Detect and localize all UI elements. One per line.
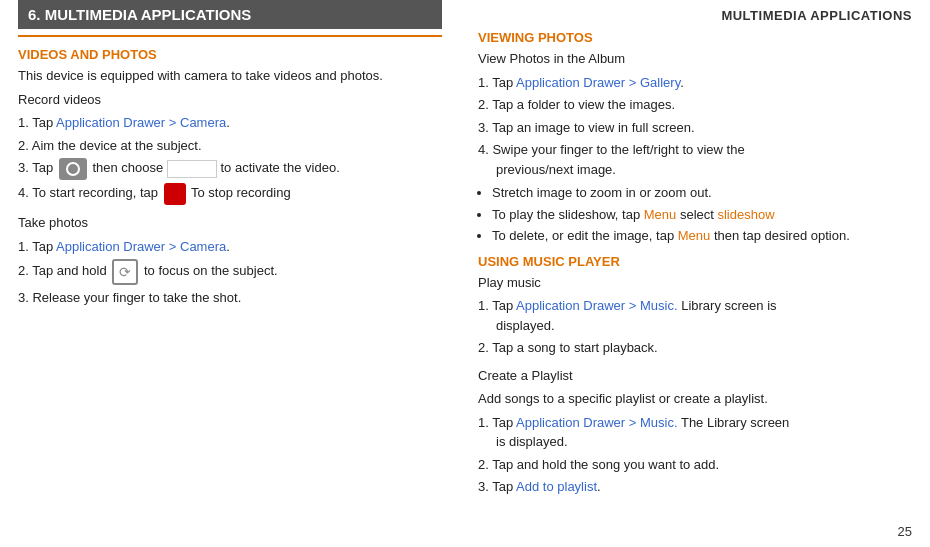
play-steps: 1. Tap Application Drawer > Music. Libra… <box>478 296 912 358</box>
page-number: 25 <box>898 524 912 539</box>
playlist-intro: Add songs to a specific playlist or crea… <box>478 389 912 409</box>
viewing-intro: View Photos in the Album <box>478 49 912 69</box>
slideshow-ref: slideshow <box>717 207 774 222</box>
play-music-label: Play music <box>478 273 912 293</box>
record-step-3: 3. Tap then choose to activate the video… <box>18 158 442 180</box>
intro-text: This device is equipped with camera to t… <box>18 66 442 86</box>
take-step-1: 1. Tap Application Drawer > Camera. <box>18 237 442 257</box>
left-column: 6. MULTIMEDIA APPLICATIONS VIDEOS AND PH… <box>0 0 460 547</box>
record-step-1: 1. Tap Application Drawer > Camera. <box>18 113 442 133</box>
menu-ref-1: Menu <box>644 207 677 222</box>
view-step-1: 1. Tap Application Drawer > Gallery. <box>478 73 912 93</box>
camera-icon <box>59 158 87 180</box>
music-link-1: Application Drawer > Music. <box>516 298 677 313</box>
take-photos-label: Take photos <box>18 213 442 233</box>
camera-link-1: Application Drawer > Camera <box>56 115 226 130</box>
music-player-title: USING MUSIC PLAYER <box>478 254 912 269</box>
page-header: MULTIMEDIA APPLICATIONS <box>721 8 912 23</box>
view-step-3: 3. Tap an image to view in full screen. <box>478 118 912 138</box>
play-step-1: 1. Tap Application Drawer > Music. Libra… <box>478 296 912 335</box>
page: MULTIMEDIA APPLICATIONS 6. MULTIMEDIA AP… <box>0 0 930 547</box>
view-step-2: 2. Tap a folder to view the images. <box>478 95 912 115</box>
record-label: Record videos <box>18 90 442 110</box>
record-step-4: 4. To start recording, tap To stop recor… <box>18 183 442 205</box>
choose-placeholder <box>167 160 217 178</box>
viewing-photos-title: VIEWING PHOTOS <box>478 30 912 45</box>
record-icon <box>164 183 186 205</box>
play-step-2: 2. Tap a song to start playback. <box>478 338 912 358</box>
record-step-2: 2. Aim the device at the subject. <box>18 136 442 156</box>
playlist-steps: 1. Tap Application Drawer > Music. The L… <box>478 413 912 497</box>
record-steps: 1. Tap Application Drawer > Camera. 2. A… <box>18 113 442 205</box>
view-bullets: Stretch image to zoom in or zoom out. To… <box>492 183 912 246</box>
add-to-playlist-link: Add to playlist <box>516 479 597 494</box>
playlist-step-1: 1. Tap Application Drawer > Music. The L… <box>478 413 912 452</box>
take-steps: 1. Tap Application Drawer > Camera. 2. T… <box>18 237 442 308</box>
right-column: VIEWING PHOTOS View Photos in the Album … <box>460 0 930 547</box>
menu-ref-2: Menu <box>678 228 711 243</box>
take-step-2: 2. Tap and hold to focus on the subject. <box>18 259 442 285</box>
divider <box>18 35 442 37</box>
focus-icon <box>112 259 138 285</box>
bullet-delete: To delete, or edit the image, tap Menu t… <box>492 226 912 246</box>
music-link-2: Application Drawer > Music. <box>516 415 677 430</box>
playlist-step-3: 3. Tap Add to playlist. <box>478 477 912 497</box>
view-step-4: 4. Swipe your finger to the left/right t… <box>478 140 912 179</box>
viewing-steps: 1. Tap Application Drawer > Gallery. 2. … <box>478 73 912 180</box>
create-playlist-label: Create a Playlist <box>478 366 912 386</box>
gallery-link: Application Drawer > Gallery <box>516 75 680 90</box>
camera-link-2: Application Drawer > Camera <box>56 239 226 254</box>
take-step-3: 3. Release your finger to take the shot. <box>18 288 442 308</box>
playlist-step-2: 2. Tap and hold the song you want to add… <box>478 455 912 475</box>
subsection-videos-photos: VIDEOS AND PHOTOS <box>18 47 442 62</box>
bullet-stretch: Stretch image to zoom in or zoom out. <box>492 183 912 203</box>
section-title: 6. MULTIMEDIA APPLICATIONS <box>18 0 442 29</box>
bullet-slideshow: To play the slideshow, tap Menu select s… <box>492 205 912 225</box>
